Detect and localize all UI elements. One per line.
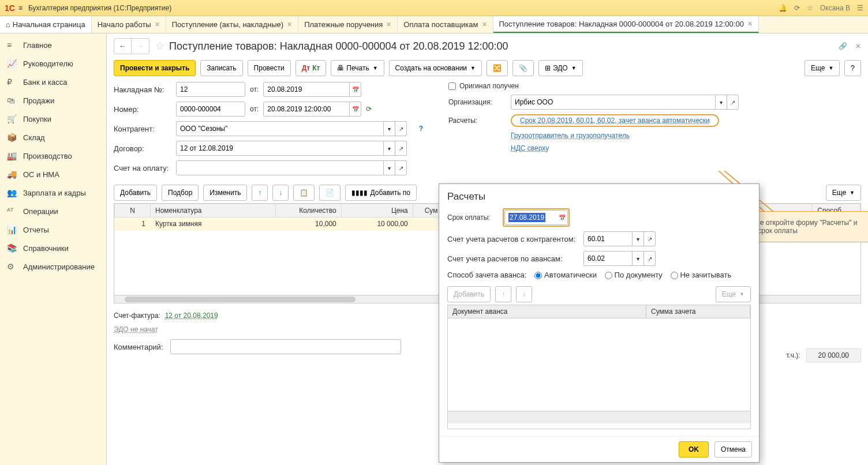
paste-button[interactable]: 📄 [319, 185, 341, 201]
tab-payments[interactable]: Платежные поручения ✕ [298, 16, 398, 33]
pick-button[interactable]: Подбор [162, 185, 199, 201]
refresh-icon[interactable]: ⟳ [366, 105, 372, 113]
tab-receipt-doc[interactable]: Поступление товаров: Накладная 0000-0000… [493, 16, 759, 33]
table-more-button[interactable]: Еще▼ [826, 185, 861, 201]
open-icon[interactable]: ↗ [644, 251, 656, 266]
dropdown-icon[interactable]: ▾ [384, 121, 395, 136]
col-price[interactable]: Цена [341, 204, 413, 217]
dropdown-icon[interactable]: ▾ [384, 141, 395, 156]
close-icon[interactable]: ✕ [747, 20, 753, 28]
hamburger-icon[interactable]: ≡ [18, 4, 23, 12]
move-up-button[interactable]: ↑ [252, 185, 268, 201]
close-icon[interactable]: ✕ [482, 21, 487, 28]
write-button[interactable]: Записать [200, 60, 242, 76]
dt-kt-button[interactable]: ДтКт [295, 60, 327, 76]
sidebar-item-reports[interactable]: 📊Отчеты [0, 220, 106, 239]
help-icon[interactable]: ? [417, 125, 425, 133]
col-advance-sum[interactable]: Сумма зачета [646, 305, 750, 318]
close-icon[interactable]: ✕ [155, 21, 160, 28]
close-page-icon[interactable]: ✕ [855, 42, 861, 50]
contract-input[interactable] [176, 141, 384, 156]
settlements-link[interactable]: Срок 20.08.2019, 60.01, 60.02, зачет ава… [520, 117, 710, 125]
open-icon[interactable]: ↗ [644, 231, 656, 246]
create-based-button[interactable]: Создать на основании▼ [389, 60, 482, 76]
radio-none[interactable]: Не зачитывать [671, 271, 732, 279]
radio-auto[interactable]: Автоматически [534, 271, 597, 279]
nav-back-button[interactable]: ← [114, 39, 132, 54]
tab-home[interactable]: ⌂ Начальная страница [0, 16, 92, 33]
due-date-input[interactable]: 27.08.2019 [504, 210, 556, 225]
radio-doc[interactable]: По документу [605, 271, 663, 279]
related-button[interactable]: 🔀 [487, 60, 508, 76]
sidebar-item-bank[interactable]: ₽Банк и касса [0, 73, 106, 91]
edo-button[interactable]: ⊞ЭДО▼ [538, 60, 583, 76]
nav-forward-button[interactable]: → [132, 39, 149, 54]
close-icon[interactable]: ✕ [287, 21, 292, 28]
sidebar-item-assets[interactable]: 🚚ОС и НМА [0, 165, 106, 183]
user-name[interactable]: Оксана В [820, 4, 850, 12]
close-icon[interactable]: ✕ [386, 21, 391, 28]
invoice-link[interactable]: 12 от 20.08.2019 [165, 312, 218, 320]
sidebar-item-operations[interactable]: ᴬᵀОперации [0, 202, 106, 220]
account-input[interactable] [176, 160, 384, 175]
attach-button[interactable]: 📎 [512, 60, 534, 76]
cancel-button[interactable]: Отмена [714, 441, 752, 457]
calendar-icon[interactable]: 📅 [556, 210, 568, 225]
sidebar-item-production[interactable]: 🏭Производство [0, 147, 106, 165]
add-by-barcode-button[interactable]: ▮▮▮▮ Добавить по [345, 185, 417, 201]
history-icon[interactable]: ⟳ [794, 4, 800, 12]
open-icon[interactable]: ↗ [395, 141, 407, 156]
post-close-button[interactable]: Провести и закрыть [114, 60, 196, 76]
col-nomen[interactable]: Номенклатура [151, 204, 276, 217]
number-input[interactable] [176, 102, 245, 117]
acc-contractor-input[interactable] [583, 231, 633, 246]
help-button[interactable]: ? [844, 60, 861, 76]
col-qty[interactable]: Количество [276, 204, 342, 217]
copy-button[interactable]: 📋 [293, 185, 315, 201]
contractor-input[interactable] [176, 121, 384, 136]
dropdown-icon[interactable]: ▾ [716, 95, 727, 110]
calendar-icon[interactable]: 📅 [350, 82, 361, 97]
open-icon[interactable]: ↗ [727, 95, 739, 110]
edo-status-link[interactable]: ЭДО не начат [114, 325, 158, 333]
col-advance-doc[interactable]: Документ аванса [448, 305, 646, 318]
sidebar-item-admin[interactable]: ⚙Администрирование [0, 257, 106, 276]
sidebar-item-stock[interactable]: 📦Склад [0, 128, 106, 147]
star-icon[interactable]: ☆ [807, 4, 813, 12]
add-row-button[interactable]: Добавить [114, 185, 157, 201]
print-button[interactable]: 🖶Печать▼ [331, 60, 384, 76]
original-received-checkbox[interactable] [448, 82, 456, 90]
dropdown-icon[interactable]: ▾ [633, 231, 644, 246]
calendar-icon[interactable]: 📅 [350, 102, 361, 117]
sidebar-item-manager[interactable]: 📈Руководителю [0, 54, 106, 73]
dropdown-icon[interactable]: ▾ [633, 251, 644, 266]
tab-receipts[interactable]: Поступление (акты, накладные) ✕ [166, 16, 298, 33]
open-icon[interactable]: ↗ [395, 160, 407, 175]
tab-start[interactable]: Начало работы ✕ [92, 16, 166, 33]
post-button[interactable]: Провести [248, 60, 291, 76]
invoice-no-input[interactable] [176, 82, 245, 97]
sidebar-item-hr[interactable]: 👥Зарплата и кадры [0, 183, 106, 202]
ok-button[interactable]: OK [679, 441, 709, 457]
comment-input[interactable] [170, 339, 401, 354]
sidebar-item-sales[interactable]: 🛍Продажи [0, 91, 106, 110]
menu-icon[interactable]: ☰ [857, 4, 863, 12]
tab-vendor-payment[interactable]: Оплата поставщикам ✕ [398, 16, 493, 33]
more-button[interactable]: Еще▼ [805, 60, 840, 76]
sidebar-item-refs[interactable]: 📚Справочники [0, 239, 106, 257]
invoice-date-input[interactable] [263, 82, 350, 97]
move-down-button[interactable]: ↓ [272, 185, 289, 201]
acc-advance-input[interactable] [583, 251, 633, 266]
dropdown-icon[interactable]: ▾ [384, 160, 395, 175]
nds-link[interactable]: НДС сверху [511, 144, 549, 152]
col-n[interactable]: N [115, 204, 151, 217]
sidebar-item-main[interactable]: ≡Главное [0, 36, 106, 54]
link-icon[interactable]: 🔗 [839, 42, 847, 50]
bell-icon[interactable]: 🔔 [779, 4, 787, 12]
sidebar-item-purchases[interactable]: 🛒Покупки [0, 110, 106, 128]
scroll-thumb[interactable] [125, 297, 356, 302]
change-button[interactable]: Изменить [203, 185, 247, 201]
number-date-input[interactable] [263, 102, 350, 117]
open-icon[interactable]: ↗ [395, 121, 407, 136]
shipper-link[interactable]: Грузоотправитель и грузополучатель [511, 132, 630, 140]
